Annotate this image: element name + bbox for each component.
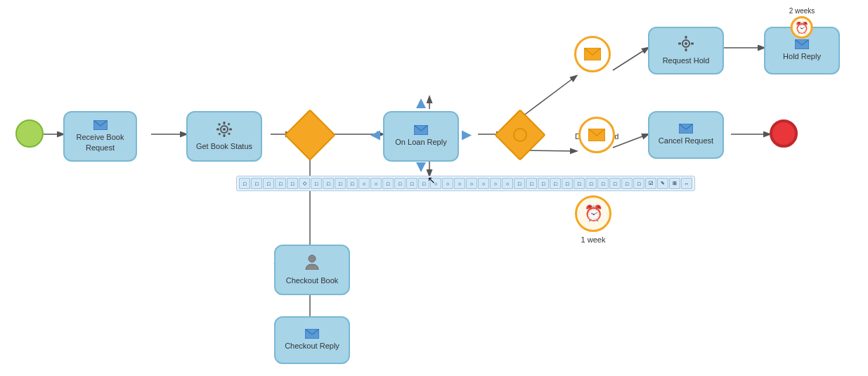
hold-reply-node[interactable]: Hold Reply 2 weeks ⏰ (764, 27, 840, 74)
svg-rect-26 (228, 132, 231, 135)
toolbar-btn-3[interactable]: □ (263, 178, 274, 189)
svg-rect-36 (685, 48, 687, 51)
toolbar-btn-11[interactable]: ○ (358, 178, 370, 189)
toolbar-btn-38[interactable]: ↔ (681, 178, 692, 189)
svg-rect-24 (228, 122, 231, 125)
cancel-request-label: Cancel Request (659, 136, 713, 145)
toolbar-btn-33[interactable]: □ (621, 178, 633, 189)
svg-marker-31 (462, 131, 472, 141)
timer-1week-node[interactable]: ⏰ 1 week (575, 195, 611, 245)
canvas: Receive Book Request Get Book St (0, 0, 868, 376)
toolbar-btn-36[interactable]: ✎ (657, 178, 668, 189)
envelope-icon-cancel (679, 124, 693, 134)
hold-reply-timer-label: 2 weeks (789, 7, 815, 15)
toolbar-btn-20[interactable]: ○ (466, 178, 477, 189)
on-loan-reply-label: On Loan Reply (395, 137, 446, 147)
checkout-reply-node[interactable]: Checkout Reply (274, 316, 350, 364)
toolbar-btn-5[interactable]: □ (287, 178, 298, 189)
toolbar-btn-14[interactable]: □ (394, 178, 406, 189)
toolbar-btn-10[interactable]: □ (346, 178, 358, 189)
svg-marker-28 (416, 98, 426, 108)
svg-rect-20 (224, 134, 226, 137)
receive-book-request-label: Receive Book Request (72, 132, 129, 153)
envelope-icon-decline-hold (588, 129, 605, 141)
cancel-request-node[interactable]: Cancel Request (648, 111, 724, 159)
svg-marker-29 (416, 162, 426, 172)
right-arrow-indicator (462, 131, 472, 141)
toolbar-btn-12[interactable]: ○ (370, 178, 382, 189)
checkout-book-label: Checkout Book (286, 275, 339, 285)
checkout-book-node[interactable]: Checkout Book (274, 245, 350, 295)
svg-line-5 (520, 76, 576, 118)
toolbar-btn-8[interactable]: □ (323, 178, 334, 189)
toolbar-btn-15[interactable]: □ (406, 178, 417, 189)
gear-icon (216, 122, 232, 137)
gateway1[interactable] (292, 117, 328, 153)
end-event[interactable] (770, 119, 798, 148)
svg-line-7 (613, 48, 648, 70)
toolbar: □ □ □ □ □ ◇ □ □ □ □ ○ ○ □ □ □ □ ○ ○ ○ ○ … (236, 176, 695, 191)
svg-marker-30 (370, 131, 380, 141)
toolbar-btn-21[interactable]: ○ (478, 178, 489, 189)
toolbar-btn-24[interactable]: □ (514, 178, 525, 189)
envelope-icon-checkout-reply (305, 329, 319, 339)
toolbar-btn-25[interactable]: □ (526, 178, 537, 189)
toolbar-btn-7[interactable]: □ (311, 178, 322, 189)
toolbar-btn-34[interactable]: □ (633, 178, 644, 189)
svg-rect-37 (678, 42, 681, 44)
svg-rect-35 (685, 36, 687, 39)
toolbar-btn-35[interactable]: ☑ (645, 178, 656, 189)
toolbar-btn-4[interactable]: □ (275, 178, 286, 189)
gear-icon-2 (678, 36, 694, 51)
envelope-icon (93, 120, 108, 130)
svg-point-18 (223, 128, 226, 131)
toolbar-btn-6[interactable]: ◇ (299, 178, 310, 189)
receive-book-request-node[interactable]: Receive Book Request (63, 111, 137, 162)
toolbar-btn-31[interactable]: □ (597, 178, 609, 189)
toolbar-btn-13[interactable]: □ (382, 178, 394, 189)
start-event[interactable] (15, 119, 44, 148)
svg-rect-25 (218, 132, 221, 135)
request-hold-node[interactable]: Request Hold (648, 27, 724, 74)
checkout-reply-label: Checkout Reply (285, 341, 339, 351)
down-arrow-indicator (416, 162, 426, 172)
toolbar-btn-37[interactable]: ⊞ (669, 178, 680, 189)
svg-rect-22 (229, 128, 232, 130)
svg-rect-38 (691, 42, 694, 44)
timer-1week-label: 1 week (581, 235, 606, 245)
svg-rect-19 (224, 122, 226, 124)
left-arrow-indicator (370, 131, 380, 141)
toolbar-btn-29[interactable]: □ (574, 178, 585, 189)
on-loan-reply-node[interactable]: On Loan Reply (383, 111, 459, 162)
get-book-status-label: Get Book Status (196, 141, 252, 151)
toolbar-btn-30[interactable]: □ (585, 178, 597, 189)
toolbar-btn-9[interactable]: □ (335, 178, 346, 189)
toolbar-btn-28[interactable]: □ (562, 178, 573, 189)
svg-point-34 (685, 42, 687, 45)
envelope-icon-hold-book (584, 48, 601, 60)
hold-book-node[interactable]: Hold Book (575, 48, 611, 60)
toolbar-btn-1[interactable]: □ (239, 178, 250, 189)
decline-hold-node[interactable]: Decline Hold (575, 129, 618, 141)
person-icon (304, 254, 320, 271)
up-arrow-indicator (416, 98, 426, 108)
envelope-icon-2 (414, 125, 428, 135)
hold-reply-label: Hold Reply (783, 51, 821, 61)
toolbar-btn-16[interactable]: □ (418, 178, 429, 189)
get-book-status-node[interactable]: Get Book Status (186, 111, 262, 162)
toolbar-btn-27[interactable]: □ (550, 178, 561, 189)
svg-rect-21 (216, 128, 219, 130)
toolbar-btn-18[interactable]: ○ (442, 178, 453, 189)
svg-point-42 (309, 255, 316, 262)
request-hold-label: Request Hold (663, 56, 710, 65)
toolbar-btn-26[interactable]: □ (538, 178, 549, 189)
gateway2[interactable] (502, 117, 538, 153)
toolbar-btn-19[interactable]: ○ (454, 178, 465, 189)
envelope-icon-hold-reply (795, 39, 809, 49)
toolbar-btn-17[interactable]: ○ (430, 178, 441, 189)
toolbar-btn-23[interactable]: ○ (502, 178, 513, 189)
svg-rect-23 (218, 123, 221, 126)
toolbar-btn-2[interactable]: □ (251, 178, 262, 189)
toolbar-btn-32[interactable]: □ (609, 178, 621, 189)
toolbar-btn-22[interactable]: ○ (490, 178, 501, 189)
